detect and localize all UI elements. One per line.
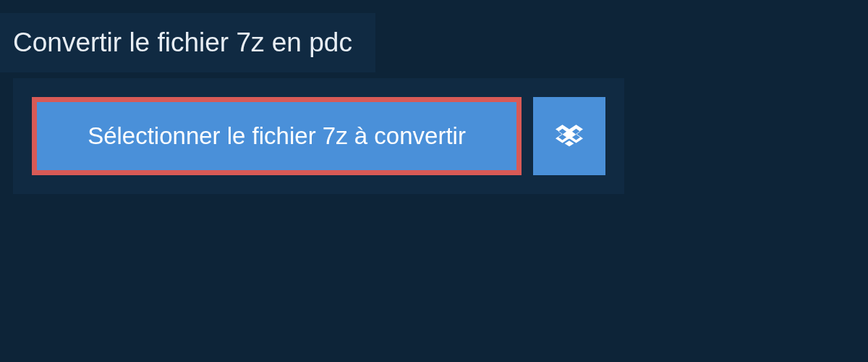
select-file-button[interactable]: Sélectionner le fichier 7z à convertir [32,97,522,175]
dropbox-button[interactable] [533,97,605,175]
page-title: Convertir le fichier 7z en pdc [0,13,375,72]
dropbox-icon [556,122,583,150]
select-file-label: Sélectionner le fichier 7z à convertir [88,122,466,150]
upload-panel: Sélectionner le fichier 7z à convertir [13,78,624,194]
